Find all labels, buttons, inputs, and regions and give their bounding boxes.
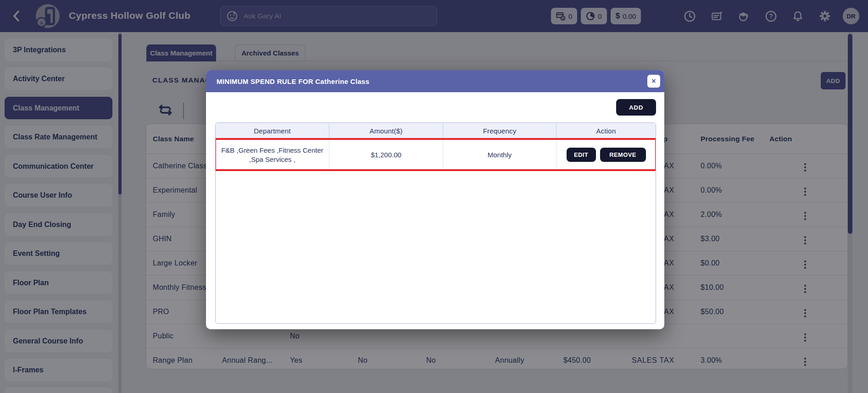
edit-button[interactable]: EDIT	[567, 148, 596, 162]
modal-header: MINIMUM SPEND RULE FOR Catherine Class	[206, 70, 664, 92]
amount-cell: $1,200.00	[329, 139, 443, 171]
spend-rule-table: Department Amount($) Frequency Action F&…	[215, 122, 656, 324]
modal-add-button[interactable]: ADD	[616, 99, 656, 116]
row-actions-cell: EDIT REMOVE	[556, 139, 656, 171]
spend-rule-header-row: Department Amount($) Frequency Action	[216, 123, 656, 139]
modal-title: MINIMUM SPEND RULE FOR Catherine Class	[217, 77, 369, 85]
col-amount: Amount($)	[329, 123, 443, 138]
remove-button[interactable]: REMOVE	[600, 148, 646, 162]
col-action: Action	[556, 123, 656, 138]
col-department: Department	[216, 123, 329, 138]
frequency-cell: Monthly	[443, 139, 556, 171]
department-cell: F&B ,Green Fees ,Fitness Center ,Spa Ser…	[216, 139, 329, 171]
col-frequency: Frequency	[443, 123, 556, 138]
close-icon: ×	[651, 77, 656, 85]
minimum-spend-rule-modal: MINIMUM SPEND RULE FOR Catherine Class ×…	[206, 70, 664, 329]
spend-rule-row: F&B ,Green Fees ,Fitness Center ,Spa Ser…	[216, 139, 656, 171]
modal-close-button[interactable]: ×	[647, 75, 660, 88]
